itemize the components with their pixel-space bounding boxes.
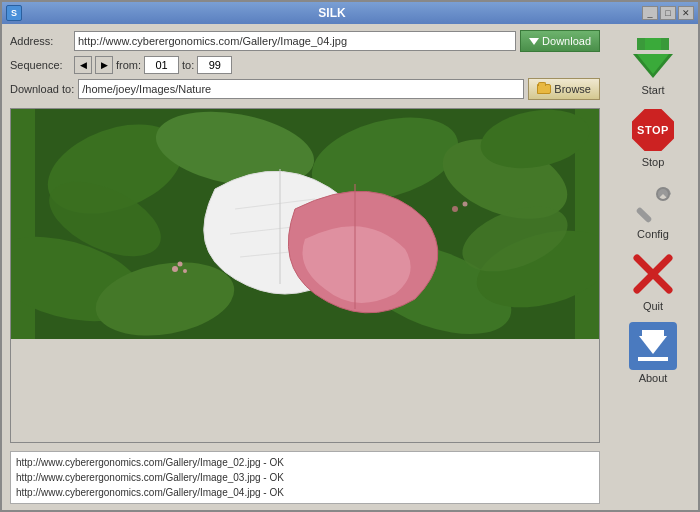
log-area: http://www.cyberergonomics.com/Gallery/I… [10, 451, 600, 504]
stop-button[interactable]: STOP Stop [614, 102, 692, 172]
quit-svg [631, 252, 675, 296]
seq-prev-button[interactable]: ◀ [74, 56, 92, 74]
config-label: Config [637, 228, 669, 240]
from-input[interactable] [144, 56, 179, 74]
start-label: Start [641, 84, 664, 96]
svg-point-17 [183, 269, 187, 273]
about-button[interactable]: About [614, 318, 692, 388]
download-arrow-icon [529, 38, 539, 45]
svg-point-18 [452, 206, 458, 212]
stop-label: Stop [642, 156, 665, 168]
close-button[interactable]: ✕ [678, 6, 694, 20]
to-label: to: [182, 59, 194, 71]
seq-controls: ◀ ▶ from: to: [74, 56, 600, 74]
svg-point-16 [178, 262, 183, 267]
svg-point-19 [463, 202, 468, 207]
about-icon [629, 322, 677, 370]
svg-rect-27 [636, 207, 653, 224]
about-dl-line [638, 357, 668, 361]
to-input[interactable] [197, 56, 232, 74]
wrench-svg [631, 180, 675, 224]
left-panel: 1 2 Address: Download Sequence: ◀ [2, 24, 608, 510]
folder-icon [537, 84, 551, 94]
about-label: About [639, 372, 668, 384]
address-row: Address: Download [10, 30, 600, 52]
window-title: SILK [22, 6, 642, 20]
start-icon [629, 34, 677, 82]
path-input[interactable] [78, 79, 524, 99]
address-input[interactable] [74, 31, 516, 51]
start-svg [629, 34, 677, 82]
browse-button[interactable]: Browse [528, 78, 600, 100]
quit-icon [629, 250, 677, 298]
maximize-button[interactable]: □ [660, 6, 676, 20]
about-download-shape [629, 322, 677, 370]
sequence-row: Sequence: ◀ ▶ from: to: [10, 56, 600, 74]
about-dl-arrow [639, 336, 667, 354]
config-icon [629, 178, 677, 226]
main-window: S SILK _ □ ✕ 1 2 Address: [0, 0, 700, 512]
quit-label: Quit [643, 300, 663, 312]
start-button[interactable]: Start [614, 30, 692, 100]
nature-image [11, 109, 599, 339]
download-to-label: Download to: [10, 83, 74, 95]
image-container [10, 108, 600, 443]
seq-next-button[interactable]: ▶ [95, 56, 113, 74]
content-area: 1 2 Address: Download Sequence: ◀ [2, 24, 698, 510]
stop-octagon: STOP [632, 109, 674, 151]
download-button[interactable]: Download [520, 30, 600, 52]
right-panel: 3 Start STOP [608, 24, 698, 510]
minimize-button[interactable]: _ [642, 6, 658, 20]
log-line-1: http://www.cyberergonomics.com/Gallery/I… [16, 455, 594, 470]
download-to-row: Download to: Browse [10, 78, 600, 100]
svg-rect-24 [645, 38, 661, 50]
title-buttons: _ □ ✕ [642, 6, 694, 20]
sequence-label: Sequence: [10, 59, 70, 71]
config-button[interactable]: Config [614, 174, 692, 244]
title-bar: S SILK _ □ ✕ [2, 2, 698, 24]
address-label: Address: [10, 35, 70, 47]
stop-icon: STOP [629, 106, 677, 154]
svg-point-15 [172, 266, 178, 272]
quit-button[interactable]: Quit [614, 246, 692, 316]
from-label: from: [116, 59, 141, 71]
log-line-2: http://www.cyberergonomics.com/Gallery/I… [16, 470, 594, 485]
app-icon: S [6, 5, 22, 21]
log-line-3: http://www.cyberergonomics.com/Gallery/I… [16, 485, 594, 500]
leaf-svg [11, 109, 599, 339]
